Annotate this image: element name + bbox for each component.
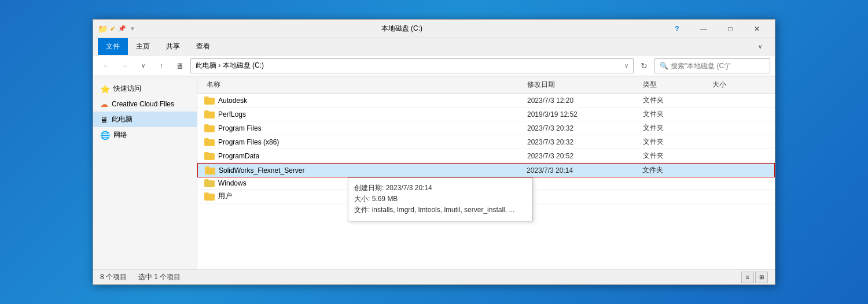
file-date: 2023/7/3 20:52 <box>525 152 641 160</box>
sidebar-item-network[interactable]: 🌐 网络 <box>93 127 197 143</box>
sidebar-item-creative-cloud[interactable]: ☁ Creative Cloud Files <box>93 97 197 112</box>
titlebar-icon-group: 📁 ✔ 📌 ▼ <box>98 24 135 34</box>
file-name: ProgramData <box>218 152 259 160</box>
table-row[interactable]: PerfLogs 2019/3/19 12:52 文件夹 <box>197 107 775 121</box>
pc-icon: 🖥 <box>100 115 108 124</box>
sidebar-item-quick-access[interactable]: ⭐ 快速访问 <box>93 81 197 97</box>
header-date[interactable]: 修改日期 <box>525 79 641 91</box>
folder-icon <box>205 166 215 175</box>
folder-icon <box>204 179 215 187</box>
search-icon: 🔍 <box>660 62 668 70</box>
check-icon: ✔ <box>110 25 116 33</box>
pc-icon-button: 🖥 <box>172 58 188 73</box>
folder-icon <box>204 192 215 201</box>
file-name: 用户 <box>218 191 232 201</box>
file-date: 2023/7/3 20:32 <box>525 124 641 132</box>
titlebar: 📁 ✔ 📌 ▼ 本地磁盘 (C:) ? — □ ✕ <box>93 20 775 38</box>
table-row-selected[interactable]: SolidWorks_Flexnet_Server 2023/7/3 20:14… <box>197 163 775 177</box>
file-type: 文件夹 <box>641 151 710 161</box>
tab-share[interactable]: 共享 <box>158 38 188 55</box>
file-name: Program Files <box>218 124 262 132</box>
network-icon: 🌐 <box>100 131 110 140</box>
back-button[interactable]: ← <box>98 58 114 73</box>
pin-icon: 📌 <box>118 25 126 32</box>
tab-view[interactable]: 查看 <box>188 38 218 55</box>
expand-button[interactable]: ∨ <box>135 58 151 73</box>
file-name-cell: ProgramData <box>204 152 525 160</box>
file-name-cell: PerfLogs <box>204 110 525 118</box>
file-type: 文件夹 <box>641 95 710 105</box>
file-type: 文件夹 <box>640 165 709 175</box>
star-icon: ⭐ <box>100 84 110 94</box>
folder-icon <box>204 138 215 146</box>
folder-icon <box>204 110 215 118</box>
tooltip-files-label: 文件: <box>354 206 370 214</box>
grid-view-button[interactable]: ⊞ <box>755 272 768 283</box>
file-date: 2023/7/3 20:32 <box>525 138 641 146</box>
folder-icon <box>204 97 215 105</box>
cloud-icon: ☁ <box>100 99 108 109</box>
table-row[interactable]: Program Files 2023/7/3 20:32 文件夹 <box>197 121 775 135</box>
file-name: Program Files (x86) <box>218 138 279 146</box>
header-size[interactable]: 大小 <box>710 79 768 91</box>
tooltip-size-label: 大小: <box>354 195 370 203</box>
address-box[interactable]: 此电脑 › 本地磁盘 (C:) ∨ <box>190 58 634 73</box>
sidebar-label-network: 网络 <box>113 130 127 140</box>
item-count: 8 个项目 <box>100 272 127 282</box>
selected-count: 选中 1 个项目 <box>138 272 181 282</box>
close-button[interactable]: ✕ <box>744 20 770 38</box>
search-box[interactable]: 🔍 <box>654 58 770 73</box>
sidebar-item-this-pc[interactable]: 🖥 此电脑 <box>93 112 197 127</box>
help-button[interactable]: ? <box>664 20 690 38</box>
refresh-button[interactable]: ↻ <box>636 58 652 73</box>
tooltip-date-label: 创建日期: <box>354 184 384 192</box>
list-view-button[interactable]: ≡ <box>741 272 754 283</box>
addressbar: ← → ∨ ↑ 🖥 此电脑 › 本地磁盘 (C:) ∨ ↻ 🔍 <box>93 55 775 76</box>
file-name: Windows <box>218 179 247 187</box>
view-toggle: ≡ ⊞ <box>741 272 768 283</box>
sidebar-label-quick-access: 快速访问 <box>113 84 141 94</box>
expand-ribbon-button[interactable]: ∨ <box>752 39 768 54</box>
table-row[interactable]: Windows 创建日期: 2023/7/3 20:14 大小: 5.69 MB <box>197 177 775 190</box>
file-type: 文件夹 <box>641 123 710 133</box>
tab-file[interactable]: 文件 <box>98 38 128 55</box>
file-header: 名称 修改日期 类型 大小 <box>197 76 775 94</box>
tooltip: 创建日期: 2023/7/3 20:14 大小: 5.69 MB 文件: ins… <box>348 177 533 221</box>
table-row[interactable]: Program Files (x86) 2023/7/3 20:32 文件夹 <box>197 135 775 149</box>
file-name-cell: SolidWorks_Flexnet_Server <box>205 166 524 175</box>
maximize-button[interactable]: □ <box>717 20 744 38</box>
file-date: 2023/7/3 20:14 <box>524 166 640 175</box>
window-controls: ? — □ ✕ <box>664 20 770 38</box>
tooltip-date-value: 2023/7/3 20:14 <box>386 184 432 192</box>
statusbar: 8 个项目 选中 1 个项目 ≡ ⊞ <box>93 269 775 284</box>
table-row[interactable]: Autodesk 2023/7/3 12:20 文件夹 <box>197 94 775 107</box>
ribbon: 文件 主页 共享 查看 ∨ <box>93 38 775 55</box>
tooltip-size-row: 大小: 5.69 MB <box>354 194 527 205</box>
file-name-cell: Autodesk <box>204 97 525 105</box>
tooltip-size-value: 5.69 MB <box>372 195 398 203</box>
folder-icon <box>204 124 215 132</box>
forward-button[interactable]: → <box>116 58 133 73</box>
window-title: 本地磁盘 (C:) <box>140 24 664 34</box>
tab-home[interactable]: 主页 <box>128 38 158 55</box>
tooltip-files-row: 文件: installs, lmgrd, lmtools, lmutil, se… <box>354 205 527 216</box>
file-type: 文件夹 <box>641 137 710 147</box>
address-chevron-icon: ∨ <box>624 62 628 69</box>
folder-icon <box>204 152 215 160</box>
file-date: 2019/3/19 12:52 <box>525 110 641 118</box>
search-input[interactable] <box>671 62 765 70</box>
header-name[interactable]: 名称 <box>204 79 525 91</box>
up-button[interactable]: ↑ <box>153 58 170 73</box>
address-text: 此电脑 › 本地磁盘 (C:) <box>196 61 264 71</box>
sidebar: ⭐ 快速访问 ☁ Creative Cloud Files 🖥 此电脑 🌐 网络 <box>93 76 197 269</box>
sidebar-label-creative-cloud: Creative Cloud Files <box>112 100 174 108</box>
file-name: PerfLogs <box>218 110 246 118</box>
table-row[interactable]: ProgramData 2023/7/3 20:52 文件夹 <box>197 149 775 163</box>
ribbon-tabs: 文件 主页 共享 查看 ∨ <box>93 38 775 55</box>
tooltip-date-row: 创建日期: 2023/7/3 20:14 <box>354 183 527 194</box>
explorer-window: 📁 ✔ 📌 ▼ 本地磁盘 (C:) ? — □ ✕ 文件 主页 共享 查看 ∨ … <box>93 19 775 285</box>
file-name: Autodesk <box>218 97 247 105</box>
header-type[interactable]: 类型 <box>641 79 710 91</box>
file-name-cell: Program Files <box>204 124 525 132</box>
minimize-button[interactable]: — <box>690 20 717 38</box>
